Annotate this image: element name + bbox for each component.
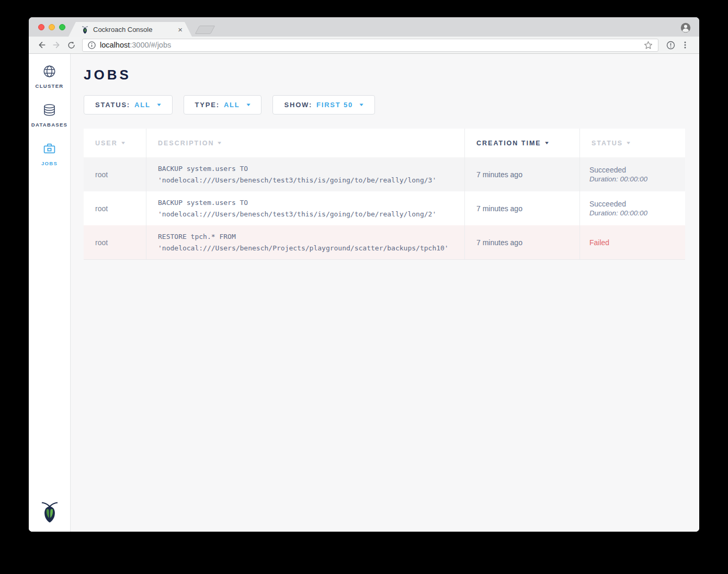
cell-status: Succeeded Duration: 00:00:00 [580,191,685,225]
column-header-label: STATUS [592,140,623,147]
filter-bar: STATUS: ALL ▼ TYPE: ALL ▼ SHOW: FIRST 50… [84,95,686,114]
cell-user: root [84,225,146,259]
sort-arrow-icon: ▼ [544,141,551,145]
show-filter-dropdown[interactable]: SHOW: FIRST 50 ▼ [272,95,375,114]
cell-user: root [84,157,146,191]
sidebar-item-label: DATABASES [31,122,67,128]
close-window-button[interactable] [38,24,44,30]
reload-icon[interactable] [64,38,78,52]
jobs-table: USER ▼ DESCRIPTION ▼ CREATION TIME ▼ S [84,129,685,260]
briefcase-icon [42,142,56,156]
url-text[interactable]: localhost:3000/#/jobs [100,41,644,49]
sidebar-item-databases[interactable]: DATABASES [31,103,67,128]
browser-toolbar: localhost:3000/#/jobs [29,37,699,54]
tab-title: Cockroach Console [93,26,174,33]
desktop-background: Cockroach Console × [0,0,728,574]
filter-label: STATUS: [95,101,130,109]
globe-icon [42,64,56,78]
table-row[interactable]: root RESTORE tpch.* FROM 'nodelocal:///U… [84,225,685,259]
jobs-page: JOBS STATUS: ALL ▼ TYPE: ALL ▼ SHOW: FI [71,54,699,532]
status-filter-dropdown[interactable]: STATUS: ALL ▼ [84,95,173,114]
zoom-window-button[interactable] [59,24,65,30]
column-header-creation-time[interactable]: CREATION TIME ▼ [465,129,580,157]
database-icon [42,103,56,117]
cockroachdb-logo [40,499,60,523]
job-duration: Duration: 00:00:00 [589,209,685,217]
back-icon[interactable] [35,38,49,52]
filter-value: ALL [224,101,240,109]
cell-description: RESTORE tpch.* FROM 'nodelocal:///Users/… [146,225,465,259]
jobs-table-header: USER ▼ DESCRIPTION ▼ CREATION TIME ▼ S [84,129,685,157]
sidebar-item-jobs[interactable]: JOBS [41,142,58,166]
description-line: 'nodelocal:///Users/benesch/Projects/pla… [158,243,454,254]
cell-creation-time: 7 minutes ago [465,157,580,191]
filter-value: FIRST 50 [316,101,353,109]
description-line: 'nodelocal:///Users/benesch/test3/this/i… [158,209,454,220]
column-header-label: CREATION TIME [476,140,541,147]
cell-user: root [84,191,146,225]
browser-tab[interactable]: Cockroach Console × [69,22,192,37]
profile-avatar-icon[interactable] [680,22,691,33]
browser-window: Cockroach Console × [29,17,699,532]
sort-arrow-icon: ▼ [120,141,128,145]
description-line: RESTORE tpch.* FROM [158,231,454,243]
job-duration: Duration: 00:00:00 [589,175,685,183]
minimize-window-button[interactable] [49,24,55,30]
window-controls [38,24,65,30]
chevron-down-icon: ▼ [245,102,252,107]
sidebar-nav: CLUSTER DATABASES [29,54,71,532]
column-header-user[interactable]: USER ▼ [84,129,146,157]
browser-tab-bar: Cockroach Console × [29,17,699,37]
sort-arrow-icon: ▼ [625,141,633,145]
chevron-down-icon: ▼ [156,102,162,107]
column-header-status[interactable]: STATUS ▼ [580,129,685,157]
chevron-down-icon: ▼ [358,102,365,107]
column-header-label: USER [95,140,118,147]
cell-description: BACKUP system.users TO 'nodelocal:///Use… [146,157,465,191]
table-row[interactable]: root BACKUP system.users TO 'nodelocal:/… [84,191,685,225]
sort-arrow-icon: ▼ [217,141,224,145]
description-line: BACKUP system.users TO [158,197,454,209]
url-host: localhost [100,41,130,49]
filter-value: ALL [134,101,151,109]
filter-label: SHOW: [284,101,312,109]
new-tab-button[interactable] [195,26,215,34]
status-badge: Failed [589,238,685,247]
page-content: CLUSTER DATABASES [29,54,699,532]
column-header-description[interactable]: DESCRIPTION ▼ [146,129,465,157]
sidebar-item-cluster[interactable]: CLUSTER [36,64,64,89]
status-badge: Succeeded [589,200,685,208]
cell-status: Failed [580,225,685,259]
column-header-label: DESCRIPTION [158,140,214,147]
browser-menu-kebab-icon[interactable] [678,38,692,52]
sidebar-item-label: CLUSTER [36,83,64,89]
sidebar-item-label: JOBS [41,160,58,166]
cell-creation-time: 7 minutes ago [465,225,580,259]
favicon-cockroach-icon [81,25,89,34]
bookmark-star-icon[interactable] [644,41,653,50]
filter-label: TYPE: [195,101,220,109]
description-line: 'nodelocal:///Users/benesch/test3/this/i… [158,175,454,186]
status-badge: Succeeded [589,166,685,174]
page-title: JOBS [84,67,686,83]
description-line: BACKUP system.users TO [158,163,454,175]
address-bar[interactable]: localhost:3000/#/jobs [82,39,658,52]
page-info-icon[interactable] [88,41,96,49]
table-row[interactable]: root BACKUP system.users TO 'nodelocal:/… [84,157,685,191]
tab-close-icon[interactable]: × [178,26,183,33]
type-filter-dropdown[interactable]: TYPE: ALL ▼ [184,95,262,114]
forward-icon[interactable] [50,38,63,52]
url-path: :3000/#/jobs [130,41,171,49]
cell-status: Succeeded Duration: 00:00:00 [580,157,685,191]
cell-description: BACKUP system.users TO 'nodelocal:///Use… [146,191,465,225]
extension-icon[interactable] [664,38,677,52]
cell-creation-time: 7 minutes ago [465,191,580,225]
